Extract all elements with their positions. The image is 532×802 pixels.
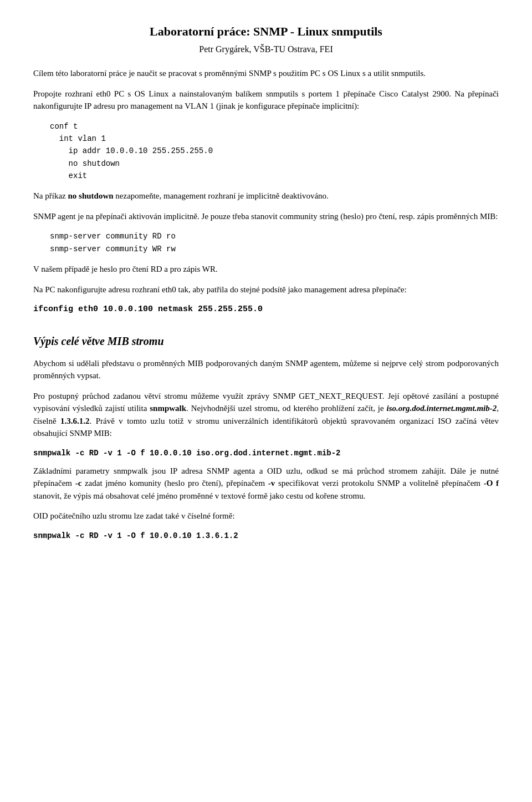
page-subtitle: Petr Grygárek, VŠB-TU Ostrava, FEI — [33, 43, 499, 56]
paragraph-7: Pro postupný průchod zadanou větví strom… — [33, 390, 499, 440]
paragraph-1: Propojte rozhraní eth0 PC s OS Linux a n… — [33, 88, 499, 113]
bold-c: -c — [75, 479, 82, 488]
page-title: Laboratorní práce: SNMP - Linux snmputil… — [33, 22, 499, 40]
bold-snmpwalk: snmpwalk — [150, 404, 186, 413]
ifconfig-command: ifconfig eth0 10.0.0.100 netmask 255.255… — [33, 303, 499, 316]
paragraph-9: OID počátečního uzlu stromu lze zadat ta… — [33, 510, 499, 522]
section-heading: Výpis celé větve MIB stromu — [33, 333, 499, 349]
bold-iso: iso.org.dod.internet.mgmt.mib-2 — [387, 404, 497, 413]
snmpwalk-command-2: snmpwalk -c RD -v 1 -O f 10.0.0.10 1.3.6… — [33, 530, 499, 542]
bold-oid: 1.3.6.1.2 — [60, 417, 90, 425]
paragraph-3: SNMP agent je na přepínači aktivován imp… — [33, 210, 499, 223]
paragraph-8: Základními parametry snmpwalk jsou IP ad… — [33, 465, 499, 502]
bold-v: -v — [268, 479, 275, 488]
bold-of: -O f — [484, 479, 499, 488]
paragraph-5: Na PC nakonfigurujte adresu rozhraní eth… — [33, 283, 499, 296]
intro-paragraph: Cílem této laboratorní práce je naučit s… — [33, 67, 499, 80]
code-block-2: snmp-server community RD ro snmp-server … — [50, 230, 499, 255]
paragraph-6: Abychom si udělali představu o proměnnýc… — [33, 357, 499, 382]
paragraph-4: V našem případě je heslo pro čtení RD a … — [33, 263, 499, 276]
snmpwalk-command-1: snmpwalk -c RD -v 1 -O f 10.0.0.10 iso.o… — [33, 448, 499, 459]
bold-shutdown: no shutdown — [68, 191, 113, 200]
code-block-1: conf t int vlan 1 ip addr 10.0.0.10 255.… — [50, 120, 499, 182]
paragraph-2: Na příkaz no shutdown nezapomeňte, manag… — [33, 190, 499, 202]
